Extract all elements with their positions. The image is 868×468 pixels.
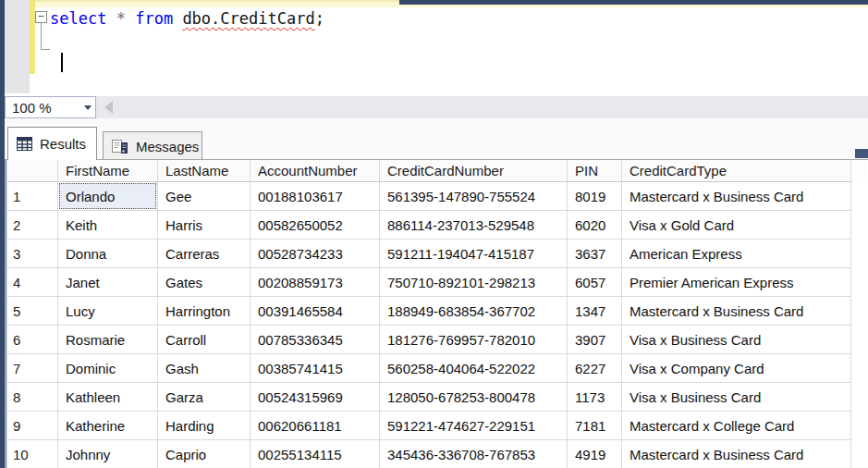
row-number[interactable]: 1 bbox=[7, 182, 58, 211]
grid-cell[interactable]: Carroll bbox=[158, 326, 251, 354]
grid-cell[interactable]: 6020 bbox=[568, 211, 622, 240]
grid-cell[interactable]: Janet bbox=[58, 268, 158, 297]
grid-cell[interactable]: Dominic bbox=[58, 354, 158, 383]
grid-cell[interactable]: 00785336345 bbox=[251, 326, 380, 354]
grid-cell[interactable]: Premier American Express bbox=[622, 268, 851, 297]
grid-cell[interactable]: 00620661181 bbox=[251, 412, 380, 440]
grid-cell[interactable]: 6057 bbox=[568, 268, 622, 297]
row-number[interactable]: 5 bbox=[7, 297, 58, 326]
grid-cell[interactable]: 00385741415 bbox=[251, 354, 380, 383]
row-filler bbox=[851, 440, 867, 468]
grid-cell[interactable]: 8019 bbox=[568, 182, 622, 211]
grid-cell[interactable]: Garza bbox=[158, 383, 251, 412]
grid-corner-header[interactable] bbox=[7, 160, 58, 182]
collapse-outline-icon[interactable]: − bbox=[35, 11, 47, 23]
column-header[interactable]: CreditCardNumber bbox=[380, 160, 568, 182]
grid-cell[interactable]: Visa x Business Card bbox=[622, 326, 851, 354]
grid-cell[interactable]: Harrington bbox=[158, 297, 251, 326]
zoom-dropdown-button[interactable] bbox=[79, 97, 95, 117]
grid-cell[interactable]: Keith bbox=[58, 211, 158, 240]
grid-cell[interactable]: 181276-769957-782010 bbox=[380, 326, 568, 354]
grid-cell[interactable]: 6227 bbox=[568, 354, 622, 383]
grid-cell[interactable]: 188949-683854-367702 bbox=[380, 297, 568, 326]
grid-cell[interactable]: 886114-237013-529548 bbox=[380, 211, 568, 240]
grid-cell[interactable]: Visa x Business Card bbox=[622, 383, 851, 412]
grid-cell[interactable]: 00208859173 bbox=[251, 268, 380, 297]
column-header[interactable]: LastName bbox=[158, 160, 251, 182]
grid-cell[interactable]: Mastercard x Business Card bbox=[622, 440, 851, 468]
grid-cell[interactable]: 345436-336708-767853 bbox=[380, 440, 568, 468]
results-table: FirstNameLastNameAccountNumberCreditCard… bbox=[6, 160, 867, 468]
column-header[interactable]: FirstName bbox=[58, 160, 158, 182]
grid-cell[interactable]: Lucy bbox=[58, 297, 158, 326]
grid-cell[interactable]: Harris bbox=[158, 211, 251, 240]
row-number[interactable]: 3 bbox=[7, 240, 58, 268]
column-header[interactable]: CreditCardType bbox=[622, 160, 851, 182]
grid-cell[interactable]: Gee bbox=[158, 182, 251, 211]
grid-cell[interactable]: 3637 bbox=[568, 240, 622, 268]
zoom-level-select[interactable]: 100 % bbox=[5, 96, 96, 118]
column-header[interactable]: AccountNumber bbox=[251, 160, 380, 182]
table-row: 1OrlandoGee00188103617561395-147890-7555… bbox=[7, 182, 867, 211]
row-filler bbox=[851, 268, 867, 297]
grid-cell[interactable]: Harding bbox=[158, 412, 251, 440]
grid-cell[interactable]: 4919 bbox=[568, 440, 622, 468]
grid-cell[interactable]: 00582650052 bbox=[251, 211, 380, 240]
editor-glyph-margin bbox=[5, 0, 30, 93]
grid-cell[interactable]: 00528734233 bbox=[251, 240, 380, 268]
grid-cell[interactable]: 561395-147890-755524 bbox=[380, 182, 568, 211]
grid-cell[interactable]: Kathleen bbox=[58, 383, 158, 412]
grid-cell[interactable]: Orlando bbox=[58, 182, 158, 211]
grid-cell[interactable]: 560258-404064-522022 bbox=[380, 354, 568, 383]
grid-cell[interactable]: Rosmarie bbox=[58, 326, 158, 354]
row-number[interactable]: 10 bbox=[7, 440, 58, 468]
grid-cell[interactable]: Katherine bbox=[58, 412, 158, 440]
grid-cell[interactable]: 00391465584 bbox=[251, 297, 380, 326]
chevron-down-icon bbox=[84, 105, 92, 110]
grid-cell[interactable]: Visa x Company Card bbox=[622, 354, 851, 383]
grid-cell[interactable]: Gates bbox=[158, 268, 251, 297]
grid-cell[interactable]: Donna bbox=[58, 240, 158, 268]
column-header[interactable]: PIN bbox=[568, 160, 622, 182]
grid-cell[interactable]: 00524315969 bbox=[251, 383, 380, 412]
grid-cell[interactable]: Mastercard x College Card bbox=[622, 412, 851, 440]
grid-cell[interactable]: Mastercard x Business Card bbox=[622, 182, 851, 211]
grid-cell[interactable]: Visa x Gold Card bbox=[622, 211, 851, 240]
grid-cell[interactable]: American Express bbox=[622, 240, 851, 268]
tab-results[interactable]: Results bbox=[7, 127, 97, 160]
grid-cell[interactable]: Gash bbox=[158, 354, 251, 383]
grid-cell[interactable]: 7181 bbox=[568, 412, 622, 440]
row-number[interactable]: 9 bbox=[7, 412, 58, 440]
grid-cell[interactable]: 00255134115 bbox=[251, 440, 380, 468]
row-number[interactable]: 8 bbox=[7, 383, 58, 412]
row-number[interactable]: 4 bbox=[7, 268, 58, 297]
scroll-left-icon[interactable] bbox=[104, 101, 113, 114]
grid-cell[interactable]: 128050-678253-800478 bbox=[380, 383, 568, 412]
tab-messages[interactable]: Messages bbox=[103, 131, 202, 160]
table-row: 5LucyHarrington00391465584188949-683854-… bbox=[7, 297, 867, 326]
grid-cell[interactable]: Carreras bbox=[158, 240, 251, 268]
grid-cell[interactable]: 00188103617 bbox=[251, 182, 380, 211]
grid-cell[interactable]: 1173 bbox=[568, 383, 622, 412]
results-grid: FirstNameLastNameAccountNumberCreditCard… bbox=[5, 159, 868, 468]
horizontal-scrollbar[interactable] bbox=[96, 96, 868, 118]
grid-cell[interactable]: Caprio bbox=[158, 440, 251, 468]
row-number[interactable]: 7 bbox=[7, 354, 58, 383]
header-filler bbox=[851, 160, 867, 182]
grid-cell[interactable]: Johnny bbox=[58, 440, 158, 468]
table-row: 9KatherineHarding00620661181591221-47462… bbox=[7, 412, 867, 440]
sql-query-line[interactable]: select * from dbo.CreditCard; bbox=[50, 9, 324, 28]
grid-cell[interactable]: 591211-194047-415187 bbox=[380, 240, 568, 268]
tab-results-label: Results bbox=[40, 136, 86, 152]
grid-cell[interactable]: Mastercard x Business Card bbox=[622, 297, 851, 326]
row-number[interactable]: 6 bbox=[7, 326, 58, 354]
document-tab-bottom bbox=[35, 0, 399, 7]
outline-guide-line bbox=[41, 23, 50, 50]
grid-cell[interactable]: 591221-474627-229151 bbox=[380, 412, 568, 440]
grid-cell[interactable]: 750710-892101-298213 bbox=[380, 268, 568, 297]
grid-cell[interactable]: 1347 bbox=[568, 297, 622, 326]
row-number[interactable]: 2 bbox=[7, 211, 58, 240]
grid-cell[interactable]: 3907 bbox=[568, 326, 622, 354]
grid-body: 1OrlandoGee00188103617561395-147890-7555… bbox=[7, 182, 867, 468]
document-frame-line bbox=[399, 5, 868, 7]
